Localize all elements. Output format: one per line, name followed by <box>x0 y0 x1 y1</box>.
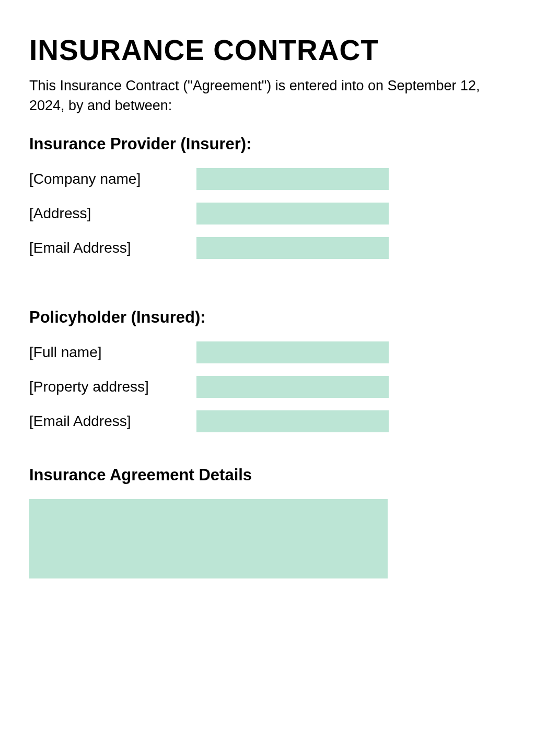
insured-email-label: [Email Address] <box>29 413 196 430</box>
insured-fullname-label: [Full name] <box>29 344 196 361</box>
insured-property-label: [Property address] <box>29 379 196 395</box>
insurer-address-input[interactable] <box>196 203 389 225</box>
insured-email-row: [Email Address] <box>29 410 506 432</box>
insurer-address-row: [Address] <box>29 203 506 225</box>
insurer-email-row: [Email Address] <box>29 237 506 259</box>
insurer-company-row: [Company name] <box>29 168 506 190</box>
details-heading: Insurance Agreement Details <box>29 466 506 485</box>
insurer-company-label: [Company name] <box>29 171 196 187</box>
insurer-heading: Insurance Provider (Insurer): <box>29 135 506 153</box>
intro-paragraph: This Insurance Contract ("Agreement") is… <box>29 76 506 116</box>
insured-email-input[interactable] <box>196 410 389 432</box>
insurer-company-input[interactable] <box>196 168 389 190</box>
document-title: INSURANCE CONTRACT <box>29 33 506 67</box>
insured-heading: Policyholder (Insured): <box>29 308 506 327</box>
insured-property-input[interactable] <box>196 376 389 398</box>
insurer-address-label: [Address] <box>29 205 196 222</box>
insurer-email-input[interactable] <box>196 237 389 259</box>
details-input-block[interactable] <box>29 499 388 578</box>
insured-fullname-row: [Full name] <box>29 341 506 363</box>
insurer-email-label: [Email Address] <box>29 240 196 256</box>
insured-property-row: [Property address] <box>29 376 506 398</box>
insured-fullname-input[interactable] <box>196 341 389 363</box>
